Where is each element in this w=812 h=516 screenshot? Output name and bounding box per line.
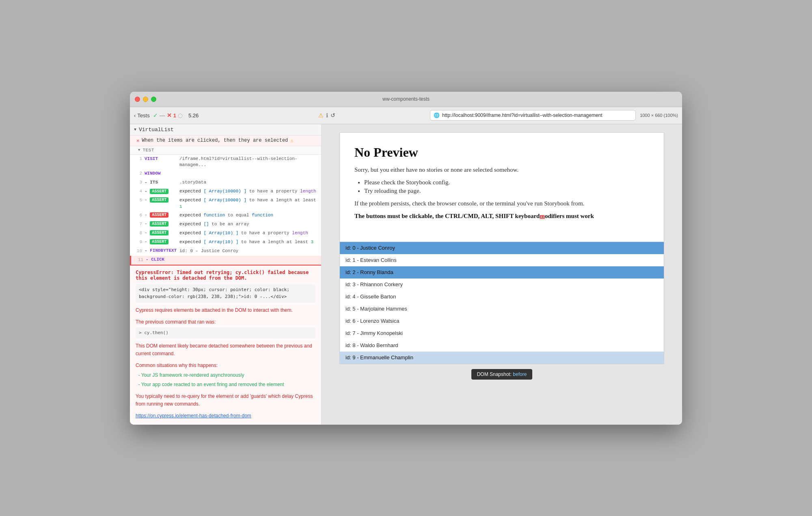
browser-window: ww-components-tests ‹ Tests ✓ — ✕ 1 ◌ 5.…: [130, 92, 682, 425]
cmd-num: 6: [134, 212, 142, 218]
list-item-2[interactable]: id: 2 - Ronny Blanda: [340, 266, 664, 279]
click-cmd: - CLICK: [146, 257, 178, 262]
command-row[interactable]: 4 - ASSERT expected [ Array(10000) ] to …: [130, 187, 321, 196]
command-row[interactable]: 8 - ASSERT expected [ Array(10) ] to hav…: [130, 229, 321, 238]
error-body: Cypress requires elements be attached in…: [136, 307, 315, 420]
suite-name: VirtualList: [139, 127, 174, 133]
command-row-highlighted[interactable]: 11 - CLICK: [130, 256, 321, 265]
error-title: CypressError: Timed out retrying; cy.cli…: [136, 270, 315, 281]
error-bullet-1: - Your JS framework re-rendered asynchro…: [136, 371, 315, 379]
command-list: 1 VISIT /iframe.html?id=virtuallist--wit…: [130, 155, 321, 265]
command-row[interactable]: 7 - ASSERT expected [] to be an array: [130, 220, 321, 229]
title-bar: ww-components-tests: [130, 92, 682, 107]
prev-cmd: > cy.then(): [136, 328, 315, 338]
info-icon: ℹ: [326, 112, 328, 119]
test-section-label: TEST: [143, 148, 154, 153]
command-row[interactable]: 10 - FINDBYTEXT id: 0 - Justice Conroy: [130, 247, 321, 256]
error-panel: CypressError: Timed out retrying; cy.cli…: [130, 265, 321, 424]
command-row[interactable]: 1 VISIT /iframe.html?id=virtuallist--wit…: [130, 155, 321, 170]
toolbar-center: ⚠ ℹ ↺: [227, 112, 426, 119]
refresh-button[interactable]: ↺: [330, 112, 335, 119]
dimensions-label: 1000 × 660 (100%): [640, 113, 678, 118]
check-icon: ✓: [153, 112, 158, 119]
list-item-7[interactable]: id: 7 - Jimmy Konopelski: [340, 327, 664, 339]
virtual-list: id: 0 - Justice Conroy id: 1 - Estevan C…: [340, 242, 664, 364]
list-item-5[interactable]: id: 5 - Marjolaine Hammes: [340, 303, 664, 315]
x-count: 1: [173, 112, 176, 119]
command-row[interactable]: 3 - ITS .storyData: [130, 178, 321, 187]
cmd-num: 5: [134, 197, 142, 203]
assert-badge-fail: ASSERT: [150, 212, 168, 218]
list-item-9[interactable]: id: 9 - Emmanuelle Champlin: [340, 352, 664, 364]
cmd-detail: expected [ Array(10) ] to have a length …: [179, 239, 317, 245]
preview-bold-note: The buttons must be clickable, the CTRL/…: [354, 213, 649, 220]
cmd-num: 10: [134, 248, 142, 253]
traffic-light-yellow[interactable]: [143, 97, 148, 102]
cmd-detail: expected [] to be an array: [179, 221, 317, 227]
cmd-num: 2: [134, 171, 142, 176]
traffic-light-green[interactable]: [151, 97, 156, 102]
error-text-1: Cypress requires elements be attached in…: [136, 307, 315, 314]
error-section-4: Common situations why this happens: - Yo…: [136, 362, 315, 389]
command-row[interactable]: 5 - ASSERT expected [ Array(10000) ] to …: [130, 196, 321, 211]
cmd-num: 3: [134, 179, 142, 185]
list-item-8[interactable]: id: 8 - Waldo Bernhard: [340, 339, 664, 352]
tests-label: Tests: [137, 112, 149, 119]
list-item: Please check the Storybook config.: [364, 179, 649, 186]
dom-snapshot-label: DOM Snapshot:: [477, 371, 512, 377]
cmd-detail: expected [ Array(10) ] to have a propert…: [179, 230, 317, 236]
cmd-detail: id: 0 - Justice Conroy: [179, 248, 317, 254]
dom-snapshot-value: before: [513, 371, 527, 377]
suite-header: ▼ VirtualList: [130, 124, 321, 136]
preview-note: If the problem persists, check the brows…: [354, 200, 649, 207]
command-row[interactable]: 6 - ASSERT expected function to equal fu…: [130, 211, 321, 220]
test-warning-icon: ⚠: [290, 138, 293, 144]
suite-arrow: ▼: [134, 127, 136, 132]
command-row[interactable]: 2 WINDOW: [130, 169, 321, 178]
error-text-2: The previous command that ran was:: [136, 318, 315, 326]
back-button[interactable]: ‹ Tests: [134, 112, 150, 119]
x-icon: ✕: [167, 112, 172, 119]
test-section-header: ▼ TEST: [130, 146, 321, 155]
cmd-num: 8: [134, 230, 142, 235]
command-row[interactable]: 9 - ASSERT expected [ Array(10) ] to hav…: [130, 238, 321, 247]
traffic-lights: [135, 97, 156, 102]
error-section-3: This DOM element likely became detached …: [136, 342, 315, 358]
error-section-2: The previous command that ran was: > cy.…: [136, 318, 315, 338]
cmd-detail: expected [ Array(10000) ] to have a leng…: [179, 197, 317, 210]
cmd-num: 11: [135, 257, 143, 262]
left-panel: ▼ VirtualList ✕ When the items are click…: [130, 124, 322, 425]
address-bar[interactable]: 🌐 http://localhost:9009/iframe.html?id=v…: [430, 110, 636, 121]
assert-badge: ASSERT: [150, 239, 168, 244]
list-item-3[interactable]: id: 3 - Rhiannon Corkery: [340, 279, 664, 291]
preview-content: No Preview Sorry, but you either have no…: [340, 133, 664, 242]
assert-badge: ASSERT: [150, 197, 168, 203]
cmd-detail: expected function to equal function: [179, 212, 317, 218]
error-text-3: This DOM element likely became detached …: [136, 342, 315, 358]
status-icons: ✓ — ✕ 1 ◌: [153, 112, 183, 119]
circle-icon: ◌: [178, 112, 183, 119]
list-item-4[interactable]: id: 4 - Gisselle Barton: [340, 291, 664, 303]
error-bullet-2: - Your app code reacted to an event firi…: [136, 381, 315, 389]
error-text-4: Common situations why this happens:: [136, 362, 315, 369]
list-item: Try reloading the page.: [364, 188, 649, 194]
back-icon: ‹: [134, 112, 136, 119]
preview-title: No Preview: [354, 145, 649, 160]
cmd-type: WINDOW: [145, 171, 177, 176]
cmd-num: 7: [134, 221, 142, 227]
error-section-5: You typically need to re-query for the e…: [136, 393, 315, 408]
list-item-0[interactable]: id: 0 - Justice Conroy: [340, 242, 664, 254]
error-link[interactable]: https://on.cypress.io/element-has-detach…: [136, 413, 251, 419]
list-item-1[interactable]: id: 1 - Estevan Collins: [340, 254, 664, 266]
cmd-detail: .storyData: [179, 179, 317, 186]
preview-subtitle: Sorry, but you either have no stories or…: [354, 166, 649, 173]
traffic-light-red[interactable]: [135, 97, 140, 102]
test-fail-icon: ✕: [136, 138, 139, 144]
main-content: ▼ VirtualList ✕ When the items are click…: [130, 124, 682, 425]
error-section-1: Cypress requires elements be attached in…: [136, 307, 315, 314]
cmd-num: 9: [134, 239, 142, 244]
preview-frame: No Preview Sorry, but you either have no…: [339, 132, 664, 364]
error-text-5: You typically need to re-query for the e…: [136, 393, 315, 408]
test-name: When the items are clicked, then they ar…: [142, 138, 288, 143]
list-item-6[interactable]: id: 6 - Lorenzo Watsica: [340, 315, 664, 327]
